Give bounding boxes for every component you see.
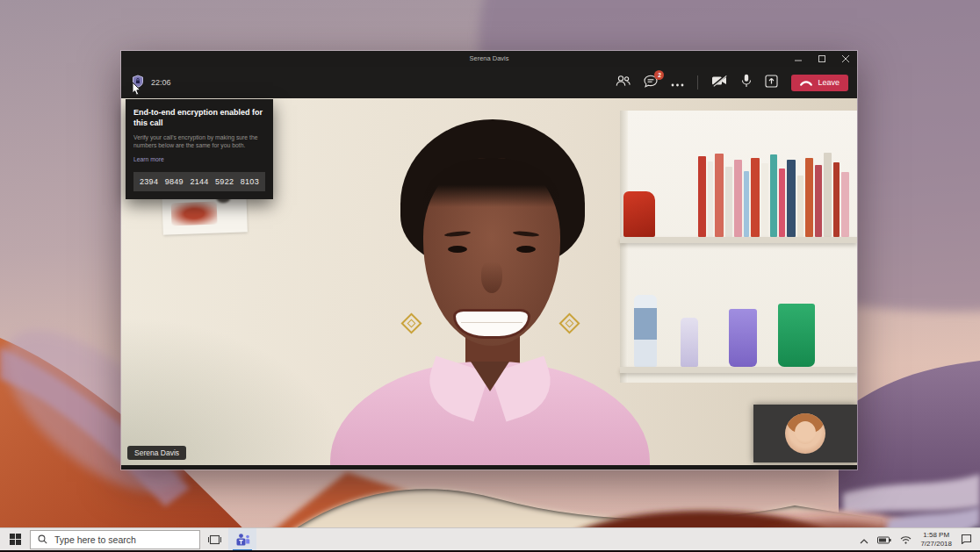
clock-date: 7/27/2018 <box>920 540 952 548</box>
chat-badge: 2 <box>654 70 664 80</box>
search-icon <box>38 534 47 544</box>
tooltip-body: Verify your call's encryption by making … <box>133 134 265 149</box>
smile <box>453 309 530 339</box>
mouse-cursor <box>132 82 142 100</box>
windows-taskbar: 1:58 PM 7/27/2018 <box>0 527 980 550</box>
more-icon[interactable] <box>671 75 684 90</box>
code-4: 5922 <box>215 177 234 186</box>
books-row <box>698 146 849 237</box>
code-3: 2144 <box>190 177 208 186</box>
gold-earring-left <box>400 312 422 333</box>
call-timer: 22:06 <box>151 78 171 87</box>
call-toolbar: 22:06 2 <box>121 67 857 98</box>
self-avatar <box>785 413 825 454</box>
task-view-button[interactable] <box>200 528 228 551</box>
encryption-tooltip: End-to-end encryption enabled for this c… <box>126 99 273 199</box>
search-input[interactable] <box>53 534 188 546</box>
camera-off-icon[interactable] <box>711 75 728 90</box>
microphone-icon[interactable] <box>741 74 752 91</box>
taskbar-teams-button[interactable] <box>228 528 256 551</box>
clock-time: 1:58 PM <box>920 531 952 540</box>
teams-call-window: Serena Davis 22:06 <box>121 51 857 470</box>
task-view-icon <box>208 534 221 545</box>
self-view-pip[interactable] <box>753 405 857 462</box>
bottle <box>634 295 657 367</box>
small-bottle <box>681 318 698 367</box>
code-5: 8103 <box>241 177 259 186</box>
window-bottom-edge <box>121 465 857 470</box>
woman-face <box>423 158 560 346</box>
window-title: Serena Davis <box>121 51 857 67</box>
learn-more-link[interactable]: Learn more <box>133 156 164 162</box>
windows-start-icon <box>10 534 21 545</box>
chevron-up-icon[interactable] <box>860 532 868 548</box>
window-titlebar: Serena Davis <box>121 51 857 67</box>
participant-name-tag: Serena Davis <box>127 446 186 460</box>
teams-app-icon <box>235 533 250 547</box>
chat-icon[interactable]: 2 <box>644 75 658 91</box>
network-icon[interactable] <box>900 532 912 548</box>
participants-icon[interactable] <box>616 75 631 90</box>
window-controls <box>786 51 857 67</box>
green-cup <box>778 304 815 367</box>
shelf-board-bottom <box>620 367 857 373</box>
taskbar-search[interactable] <box>30 530 200 549</box>
gold-earring-right <box>558 312 580 333</box>
hang-up-icon <box>800 80 812 86</box>
battery-icon[interactable] <box>877 532 891 548</box>
bookshelf <box>620 111 857 383</box>
start-button[interactable] <box>0 528 30 551</box>
taskbar-clock[interactable]: 1:58 PM 7/27/2018 <box>920 531 952 548</box>
code-1: 2394 <box>140 177 158 186</box>
tooltip-title: End-to-end encryption enabled for this c… <box>133 108 265 128</box>
red-book-stack <box>623 191 655 237</box>
toolbar-separator <box>697 75 698 90</box>
verification-codes: 2394 9849 2144 5922 8103 <box>133 172 265 191</box>
screen: { "call": { "title_bar": { "title": "Ser… <box>0 0 980 552</box>
action-center-icon[interactable] <box>961 532 972 548</box>
system-tray: 1:58 PM 7/27/2018 <box>860 531 980 548</box>
share-screen-icon[interactable] <box>765 75 778 91</box>
purple-cup <box>729 309 757 367</box>
code-2: 9849 <box>165 177 184 186</box>
leave-button[interactable]: Leave <box>791 75 848 91</box>
leave-label: Leave <box>818 78 839 87</box>
maximize-button[interactable] <box>810 51 833 67</box>
minimize-button[interactable] <box>786 51 810 67</box>
pink-shirt <box>330 362 650 465</box>
close-button[interactable] <box>833 51 857 67</box>
shelf-board-top <box>620 237 857 243</box>
